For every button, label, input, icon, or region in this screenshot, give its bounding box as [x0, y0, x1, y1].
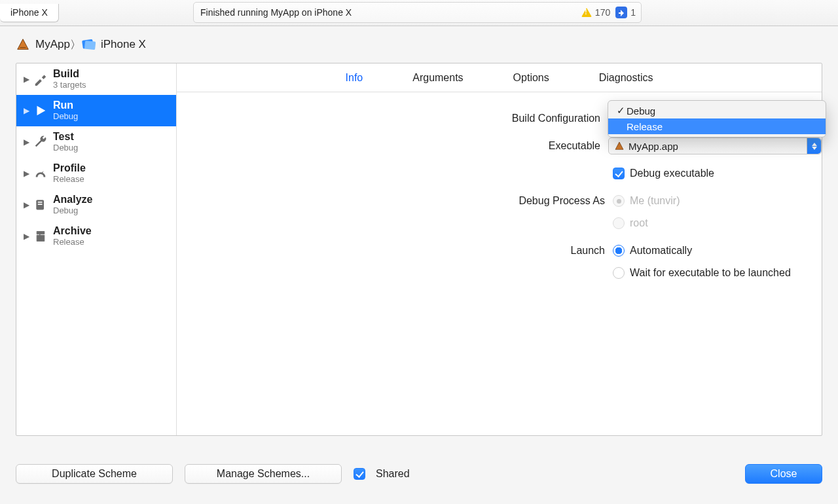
disclosure-triangle-icon[interactable]: ▶: [22, 75, 31, 84]
shared-checkbox[interactable]: [354, 468, 365, 480]
archive-icon: [32, 228, 49, 244]
tab-info[interactable]: Info: [344, 69, 365, 86]
crumb-app-label: MyApp: [35, 38, 70, 51]
launch-wait-label: Wait for executable to be launched: [630, 267, 791, 279]
crumb-device[interactable]: iPhone X: [81, 38, 146, 51]
run-action-pane: Info Arguments Options Diagnostics ✓ Deb…: [177, 63, 822, 435]
build-configuration-label: Build Configuration: [177, 113, 608, 124]
wrench-icon: [32, 134, 49, 150]
shared-label: Shared: [376, 468, 410, 480]
launch-auto-label: Automatically: [630, 245, 692, 257]
sidebar-item-sublabel: Debug: [53, 143, 78, 153]
sidebar-item-profile[interactable]: ▶ ProfileRelease: [16, 158, 176, 189]
sidebar-item-label: Analyze: [53, 194, 92, 206]
sidebar-item-build[interactable]: ▶ Build3 targets: [16, 63, 176, 95]
disclosure-triangle-icon[interactable]: ▶: [22, 106, 31, 115]
executable-popup[interactable]: MyApp.app: [608, 137, 822, 154]
debug-executable-checkbox[interactable]: [613, 168, 625, 179]
debug-executable-label: Debug executable: [630, 168, 714, 179]
sidebar-item-run[interactable]: ▶ RunDebug: [16, 95, 176, 126]
disclosure-triangle-icon[interactable]: ▶: [22, 200, 31, 209]
debug-process-as-label: Debug Process As: [177, 195, 613, 207]
gauge-icon: [32, 166, 49, 181]
sidebar-item-label: Test: [53, 131, 78, 143]
hammer-icon: [32, 71, 49, 87]
warnings-badge[interactable]: 170: [581, 7, 610, 18]
tab-options[interactable]: Options: [512, 69, 551, 86]
sidebar-item-sublabel: Release: [53, 175, 86, 185]
debug-as-me-label: Me (tunvir): [630, 195, 680, 207]
svg-rect-3: [38, 202, 43, 203]
sidebar-item-sublabel: Release: [53, 238, 92, 247]
tab-diagnostics[interactable]: Diagnostics: [598, 69, 655, 86]
warnings-count: 170: [595, 7, 610, 18]
sidebar-item-test[interactable]: ▶ TestDebug: [16, 126, 176, 158]
sheet-footer: Duplicate Scheme Manage Schemes... Share…: [16, 462, 822, 486]
status-text: Finished running MyApp on iPhone X: [200, 7, 352, 18]
shared-checkbox-group[interactable]: Shared: [354, 468, 410, 480]
sidebar-item-label: Build: [53, 68, 86, 80]
executable-label: Executable: [177, 140, 608, 152]
menu-item-label: Release: [627, 121, 663, 132]
svg-rect-4: [38, 204, 43, 205]
check-icon: ✓: [615, 105, 627, 117]
sidebar-item-label: Archive: [53, 225, 92, 237]
sidebar-item-sublabel: 3 targets: [53, 81, 86, 90]
menu-item-release[interactable]: Release: [608, 118, 826, 134]
sidebar-item-label: Profile: [53, 162, 86, 174]
sidebar-item-archive[interactable]: ▶ ArchiveRelease: [16, 221, 176, 252]
warning-icon: [581, 8, 592, 17]
analyze-icon: [615, 7, 627, 18]
app-scheme-icon: [16, 37, 30, 52]
menu-item-debug[interactable]: ✓ Debug: [608, 103, 826, 118]
launch-auto-radio[interactable]: [613, 245, 625, 257]
disclosure-triangle-icon[interactable]: ▶: [22, 232, 31, 241]
scheme-action-list: ▶ Build3 targets ▶ RunDebug ▶ TestDebug …: [16, 63, 177, 435]
executable-value: MyApp.app: [628, 141, 678, 152]
sidebar-item-sublabel: Debug: [53, 112, 78, 122]
sidebar-item-sublabel: Debug: [53, 206, 92, 216]
build-configuration-menu[interactable]: ✓ Debug Release: [608, 100, 826, 137]
debug-as-root-radio: [613, 217, 625, 229]
debug-as-root-label: root: [630, 217, 648, 229]
app-scheme-icon: [614, 141, 625, 151]
analyze-badge[interactable]: 1: [615, 7, 636, 18]
breadcrumb: MyApp 〉 iPhone X: [0, 26, 838, 63]
device-tab[interactable]: iPhone X: [0, 4, 59, 22]
chevron-right-icon: 〉: [70, 37, 81, 52]
debug-as-me-radio: [613, 195, 625, 207]
crumb-device-label: iPhone X: [101, 38, 146, 51]
manage-schemes-button[interactable]: Manage Schemes...: [185, 464, 342, 484]
close-button[interactable]: Close: [745, 464, 822, 484]
svg-rect-1: [84, 41, 96, 50]
simulator-icon: [81, 39, 96, 50]
toolbar: iPhone X Finished running MyApp on iPhon…: [0, 0, 838, 26]
popup-arrows-icon: [807, 138, 821, 154]
analyze-icon: [32, 197, 49, 213]
launch-wait-radio[interactable]: [613, 267, 625, 279]
launch-label: Launch: [177, 245, 613, 257]
tab-arguments[interactable]: Arguments: [411, 69, 464, 86]
sidebar-item-label: Run: [53, 99, 78, 111]
scheme-editor: ▶ Build3 targets ▶ RunDebug ▶ TestDebug …: [16, 63, 822, 436]
duplicate-scheme-button[interactable]: Duplicate Scheme: [16, 464, 173, 484]
sidebar-item-analyze[interactable]: ▶ AnalyzeDebug: [16, 189, 176, 221]
analyze-count: 1: [630, 7, 636, 18]
run-tabs: Info Arguments Options Diagnostics: [177, 63, 822, 92]
disclosure-triangle-icon[interactable]: ▶: [22, 169, 31, 178]
info-form: ✓ Debug Release Build Configuration Debu…: [177, 92, 822, 289]
crumb-app[interactable]: MyApp: [16, 37, 70, 52]
menu-item-label: Debug: [627, 105, 655, 117]
play-icon: [32, 103, 49, 118]
disclosure-triangle-icon[interactable]: ▶: [22, 137, 31, 147]
activity-status: Finished running MyApp on iPhone X 170 1: [193, 2, 642, 23]
